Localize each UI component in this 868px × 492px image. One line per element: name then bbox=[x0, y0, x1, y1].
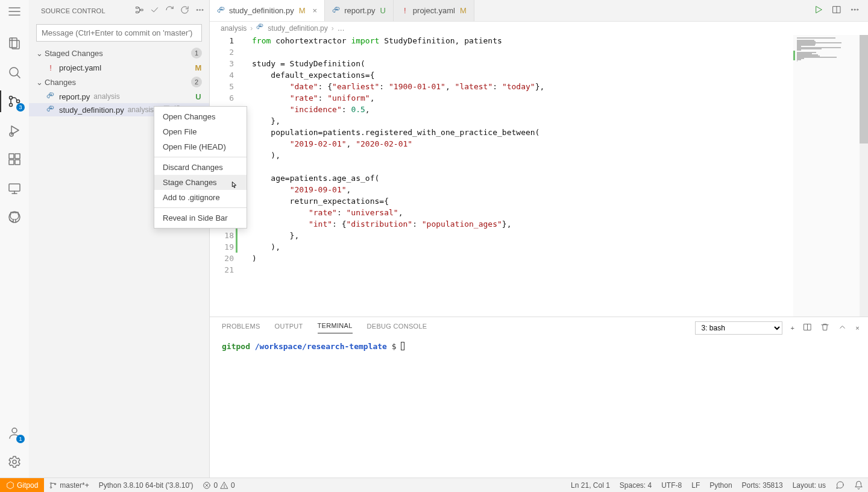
git-branch[interactable]: master*+ bbox=[44, 478, 93, 492]
python-file-icon bbox=[46, 92, 55, 101]
breadcrumbs[interactable]: analysis › study_definition.py › … bbox=[210, 22, 868, 35]
cm-open-file[interactable]: Open File bbox=[154, 124, 247, 139]
svg-rect-13 bbox=[15, 154, 20, 159]
bottom-panel: PROBLEMS OUTPUT TERMINAL DEBUG CONSOLE 3… bbox=[210, 317, 868, 478]
svg-rect-16 bbox=[9, 184, 20, 191]
kill-terminal-icon[interactable] bbox=[820, 323, 829, 333]
feedback-icon[interactable] bbox=[831, 481, 849, 490]
code-content[interactable]: from cohortextractor import StudyDefinit… bbox=[252, 35, 790, 276]
more-icon[interactable] bbox=[850, 5, 860, 16]
chevron-right-icon: › bbox=[332, 24, 334, 33]
chevron-down-icon: ⌄ bbox=[36, 78, 45, 87]
panel-title: SOURCE CONTROL bbox=[34, 7, 135, 14]
changed-file-row[interactable]: report.py analysis U bbox=[29, 90, 209, 103]
terminal-cursor bbox=[401, 342, 404, 350]
staged-changes-section[interactable]: ⌄ Staged Changes 1 bbox=[29, 45, 209, 61]
search-icon[interactable] bbox=[6, 64, 23, 81]
close-icon[interactable]: × bbox=[313, 6, 318, 15]
changes-section[interactable]: ⌄ Changes 2 bbox=[29, 74, 209, 90]
tab-project-yaml[interactable]: ! project.yaml M bbox=[394, 0, 474, 21]
cm-open-changes[interactable]: Open Changes bbox=[154, 109, 247, 124]
cm-reveal-sidebar[interactable]: Reveal in Side Bar bbox=[154, 210, 247, 226]
status-untracked: U bbox=[193, 92, 203, 101]
svg-point-46 bbox=[224, 487, 225, 487]
indentation[interactable]: Spaces: 4 bbox=[615, 481, 656, 490]
extensions-icon[interactable] bbox=[6, 151, 23, 168]
encoding[interactable]: UTF-8 bbox=[656, 481, 687, 490]
svg-rect-24 bbox=[140, 9, 143, 11]
svg-point-36 bbox=[857, 9, 858, 10]
language-mode[interactable]: Python bbox=[705, 481, 737, 490]
commit-message-input[interactable] bbox=[36, 24, 202, 42]
python-file-icon bbox=[46, 105, 55, 115]
github-icon[interactable] bbox=[6, 209, 23, 226]
status-bar: Gitpod master*+ Python 3.8.10 64-bit ('3… bbox=[0, 478, 868, 492]
terminal-select[interactable]: 3: bash bbox=[695, 321, 782, 335]
python-env[interactable]: Python 3.8.10 64-bit ('3.8.10') bbox=[94, 478, 198, 492]
tab-terminal[interactable]: TERMINAL bbox=[318, 322, 353, 333]
ports[interactable]: Ports: 35813 bbox=[737, 481, 788, 490]
mouse-cursor bbox=[229, 181, 239, 191]
chevron-down-icon: ⌄ bbox=[36, 49, 45, 58]
svg-point-27 bbox=[202, 10, 203, 11]
scrollbar[interactable] bbox=[860, 35, 868, 317]
python-file-icon bbox=[217, 7, 225, 15]
cm-discard-changes[interactable]: Discard Changes bbox=[154, 160, 247, 175]
editor: study_definition.py M × report.py U ! pr… bbox=[210, 0, 868, 317]
cm-add-gitignore[interactable]: Add to .gitignore bbox=[154, 190, 247, 205]
new-terminal-icon[interactable]: + bbox=[791, 324, 795, 332]
split-editor-icon[interactable] bbox=[832, 5, 841, 16]
tab-bar: study_definition.py M × report.py U ! pr… bbox=[210, 0, 868, 22]
scroll-thumb[interactable] bbox=[860, 35, 868, 144]
menu-icon[interactable] bbox=[6, 6, 23, 17]
tab-output[interactable]: OUTPUT bbox=[275, 323, 303, 333]
tab-problems[interactable]: PROBLEMS bbox=[222, 323, 260, 333]
sync-icon[interactable] bbox=[180, 5, 189, 16]
eol[interactable]: LF bbox=[687, 481, 705, 490]
accounts-icon[interactable]: 1 bbox=[6, 424, 23, 441]
svg-rect-3 bbox=[10, 38, 17, 48]
settings-gear-icon[interactable] bbox=[6, 453, 23, 470]
maximize-panel-icon[interactable] bbox=[838, 323, 847, 333]
svg-rect-15 bbox=[15, 160, 20, 165]
commit-icon[interactable] bbox=[150, 5, 159, 16]
svg-rect-12 bbox=[9, 154, 14, 159]
yaml-file-icon: ! bbox=[46, 63, 55, 72]
source-control-icon[interactable]: 3 bbox=[6, 93, 23, 110]
svg-point-34 bbox=[851, 9, 852, 10]
tab-debug-console[interactable]: DEBUG CONSOLE bbox=[367, 323, 427, 333]
cm-open-file-head[interactable]: Open File (HEAD) bbox=[154, 139, 247, 154]
remote-icon[interactable] bbox=[6, 180, 23, 197]
gitpod-button[interactable]: Gitpod bbox=[0, 478, 44, 492]
tab-report[interactable]: report.py U bbox=[325, 0, 394, 21]
staged-file-row[interactable]: ! project.yaml M bbox=[29, 61, 209, 74]
context-menu: Open Changes Open File Open File (HEAD) … bbox=[154, 106, 247, 229]
svg-rect-22 bbox=[136, 7, 139, 9]
terminal[interactable]: gitpod /workspace/research-template $ bbox=[210, 338, 868, 355]
split-terminal-icon[interactable] bbox=[803, 323, 812, 333]
problems-status[interactable]: 0 0 bbox=[198, 478, 239, 492]
svg-point-9 bbox=[17, 100, 20, 103]
minimap[interactable] bbox=[793, 35, 860, 317]
svg-point-20 bbox=[12, 428, 17, 433]
keyboard-layout[interactable]: Layout: us bbox=[788, 481, 831, 490]
notifications-icon[interactable] bbox=[849, 481, 868, 490]
svg-rect-23 bbox=[136, 11, 139, 13]
status-modified: M bbox=[193, 63, 203, 72]
cursor-position[interactable]: Ln 21, Col 1 bbox=[566, 481, 615, 490]
source-control-panel: SOURCE CONTROL ⌄ Staged Changes 1 ! proj… bbox=[29, 0, 210, 478]
scm-badge: 3 bbox=[16, 103, 25, 112]
run-debug-icon[interactable] bbox=[6, 122, 23, 139]
svg-point-26 bbox=[200, 10, 201, 11]
changes-count: 2 bbox=[191, 77, 202, 87]
accounts-badge: 1 bbox=[16, 435, 25, 443]
run-icon[interactable] bbox=[814, 5, 823, 16]
tab-study-definition[interactable]: study_definition.py M × bbox=[210, 0, 325, 21]
refresh-icon[interactable] bbox=[165, 5, 174, 16]
svg-point-21 bbox=[13, 460, 16, 464]
more-icon[interactable] bbox=[195, 5, 204, 16]
close-panel-icon[interactable]: × bbox=[855, 324, 860, 332]
explorer-icon[interactable] bbox=[6, 35, 23, 52]
view-as-tree-icon[interactable] bbox=[135, 5, 144, 16]
svg-rect-14 bbox=[9, 160, 14, 165]
